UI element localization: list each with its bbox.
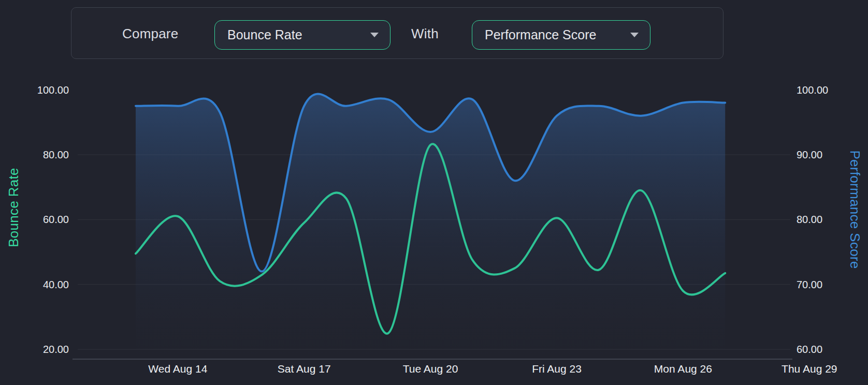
left-axis-tick-label: 80.00 bbox=[0, 149, 69, 160]
x-axis-tick-label: Thu Aug 29 bbox=[782, 363, 837, 375]
left-axis-tick-label: 20.00 bbox=[0, 344, 69, 356]
dashboard: Compare Bounce Rate With Performance Sco… bbox=[0, 0, 868, 385]
x-axis-tick-label: Mon Aug 26 bbox=[654, 363, 712, 375]
left-axis-tick-label: 40.00 bbox=[0, 278, 69, 290]
right-axis-tick-label: 70.00 bbox=[797, 278, 822, 290]
right-axis-tick-label: 90.00 bbox=[797, 149, 822, 160]
x-axis-tick-label: Fri Aug 23 bbox=[532, 363, 582, 375]
right-axis-tick-label: 80.00 bbox=[797, 214, 822, 226]
right-axis-tick-label: 100.00 bbox=[797, 84, 828, 96]
left-axis-tick-label: 100.00 bbox=[0, 84, 69, 96]
right-axis-tick-label: 60.00 bbox=[797, 344, 822, 356]
x-axis-tick-label: Sat Aug 17 bbox=[278, 363, 331, 375]
left-axis-title: Bounce Rate bbox=[6, 168, 22, 247]
x-axis-tick-label: Tue Aug 20 bbox=[403, 363, 458, 375]
right-axis-title: Performance Score bbox=[847, 150, 863, 269]
performance-score-area bbox=[136, 94, 725, 358]
dual-axis-line-chart bbox=[0, 0, 868, 385]
x-axis-tick-label: Wed Aug 14 bbox=[148, 363, 207, 375]
